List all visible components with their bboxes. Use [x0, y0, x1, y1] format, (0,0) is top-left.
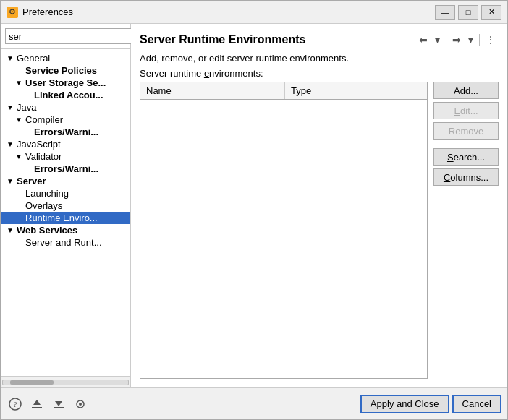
tree-area: ▼ General Service Policies ▼ User Storag… [1, 49, 130, 376]
side-buttons: Add... Edit... Remove Search... Columns.… [433, 82, 499, 379]
search-wrapper: ✕ [1, 24, 130, 49]
tree-label: General [17, 53, 50, 64]
search-input[interactable] [5, 28, 134, 44]
panel-title: Server Runtime Environments [140, 33, 305, 46]
tree-item-overlays[interactable]: Overlays [1, 200, 130, 212]
tree-item-launching[interactable]: Launching [1, 187, 130, 200]
svg-marker-3 [33, 400, 41, 405]
tree-label: JavaScript [17, 139, 61, 150]
tree-item-user-storage[interactable]: ▼ User Storage Se... [1, 77, 130, 89]
table-and-buttons: Name Type Add... Edit... Remove [140, 82, 499, 379]
tree-item-web-services[interactable]: ▼ Web Services [1, 224, 130, 236]
tree-item-linked-accounts[interactable]: Linked Accou... [1, 89, 130, 101]
remove-button[interactable]: Remove [433, 122, 499, 140]
tree-item-java[interactable]: ▼ Java [1, 101, 130, 113]
export-button[interactable] [50, 395, 67, 413]
panel-toolbar: ⬅ ▾ ➡ ▾ ⋮ [416, 33, 499, 47]
action-buttons: Apply and Close Cancel [360, 395, 501, 413]
window-title: Preferences [22, 7, 435, 17]
svg-rect-4 [54, 407, 64, 408]
tree-label: Overlays [25, 200, 62, 211]
apply-close-button[interactable]: Apply and Close [360, 395, 449, 413]
tree-label: User Storage Se... [25, 77, 106, 88]
env-label: Server runtime environments: [140, 68, 499, 79]
svg-rect-2 [32, 407, 42, 408]
tree-label: Errors/Warni... [34, 127, 98, 137]
tree-item-server-and-runt[interactable]: Server and Runt... [1, 236, 130, 249]
svg-marker-5 [55, 401, 62, 406]
arrow-icon: ▼ [7, 103, 15, 111]
horizontal-scrollbar[interactable] [1, 376, 130, 387]
tree-label: Compiler [25, 114, 63, 125]
maximize-button[interactable]: □ [458, 5, 478, 20]
window-controls: — □ ✕ [435, 5, 501, 20]
scrollbar-thumb [10, 380, 54, 385]
back-button[interactable]: ⬅ [416, 33, 431, 47]
table-body [140, 100, 427, 375]
settings-button[interactable] [72, 395, 89, 413]
forward-dropdown-button[interactable]: ▾ [465, 33, 476, 47]
right-panel: Server Runtime Environments ⬅ ▾ ➡ ▾ ⋮ Ad… [131, 24, 507, 387]
tree-label: Web Services [17, 225, 77, 236]
content-area: ✕ ▼ General Service Policies ▼ User Stor… [1, 24, 507, 387]
environments-table[interactable]: Name Type [140, 82, 428, 379]
arrow-icon: ▼ [15, 79, 24, 87]
tree-item-server[interactable]: ▼ Server [1, 175, 130, 187]
arrow-icon: ▼ [15, 116, 24, 124]
tree-label: Validator [25, 151, 62, 162]
tree-item-javascript[interactable]: ▼ JavaScript [1, 138, 130, 150]
tree-label: Java [17, 102, 36, 113]
svg-text:?: ? [14, 400, 17, 408]
column-name: Name [140, 82, 285, 99]
minimize-button[interactable]: — [435, 5, 455, 20]
forward-button[interactable]: ➡ [449, 33, 464, 47]
scrollbar-track [2, 380, 129, 385]
search-button[interactable]: Search... [433, 148, 499, 166]
tree-item-errors-warnings-2[interactable]: Errors/Warni... [1, 163, 130, 175]
description-text: Add, remove, or edit server runtime envi… [140, 53, 499, 64]
import-button[interactable] [28, 395, 46, 413]
back-dropdown-button[interactable]: ▾ [432, 33, 443, 47]
add-button[interactable]: Add... [433, 82, 499, 99]
tree-label: Server and Runt... [25, 237, 102, 248]
tree-item-validator[interactable]: ▼ Validator [1, 150, 130, 163]
title-bar: ⚙ Preferences — □ ✕ [1, 1, 507, 24]
edit-button[interactable]: Edit... [433, 102, 499, 119]
arrow-icon: ▼ [15, 153, 24, 160]
help-button[interactable]: ? [7, 395, 24, 413]
panel-title-row: Server Runtime Environments ⬅ ▾ ➡ ▾ ⋮ [140, 33, 499, 47]
tree-label: Errors/Warni... [34, 163, 98, 174]
arrow-icon: ▼ [7, 177, 15, 185]
window-icon: ⚙ [7, 7, 18, 18]
tree-label: Runtime Enviro... [25, 213, 98, 223]
tree-item-compiler[interactable]: ▼ Compiler [1, 113, 130, 126]
tree-item-general[interactable]: ▼ General [1, 52, 130, 64]
tree-item-runtime-enviro[interactable]: Runtime Enviro... [1, 212, 130, 224]
more-options-button[interactable]: ⋮ [483, 33, 499, 47]
tree-label: Launching [25, 188, 69, 199]
columns-button[interactable]: Columns... [433, 168, 499, 186]
toolbar-separator-2 [479, 34, 480, 46]
tree-item-errors-warnings-1[interactable]: Errors/Warni... [1, 126, 130, 138]
preferences-window: ⚙ Preferences — □ ✕ ✕ ▼ General [0, 0, 508, 420]
bottom-bar: ? Apply and Close Cancel [1, 387, 507, 419]
table-header: Name Type [140, 82, 427, 100]
cancel-button[interactable]: Cancel [452, 395, 501, 413]
close-button[interactable]: ✕ [481, 5, 501, 20]
tree-label: Linked Accou... [34, 90, 103, 100]
svg-point-7 [79, 403, 82, 406]
tree-label: Server [17, 176, 46, 187]
arrow-icon: ▼ [7, 226, 15, 234]
bottom-icons: ? [7, 395, 89, 413]
arrow-icon: ▼ [7, 54, 15, 62]
arrow-icon: ▼ [7, 140, 15, 148]
tree-label: Service Policies [25, 65, 97, 76]
tree-item-service-policies[interactable]: Service Policies [1, 64, 130, 77]
toolbar-separator [446, 34, 446, 46]
left-panel: ✕ ▼ General Service Policies ▼ User Stor… [1, 24, 131, 387]
column-type: Type [285, 82, 427, 99]
